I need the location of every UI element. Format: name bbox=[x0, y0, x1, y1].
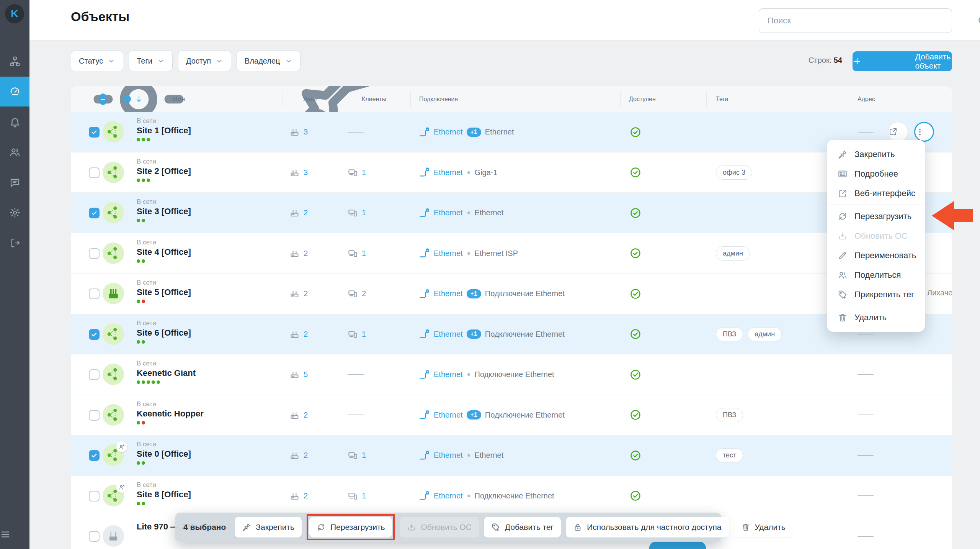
connection-link[interactable]: Ethernet bbox=[434, 289, 463, 298]
row-checkbox[interactable] bbox=[89, 329, 100, 340]
nodes-cell[interactable]: 2 bbox=[289, 193, 308, 233]
column-header-tags[interactable]: Теги bbox=[716, 86, 728, 112]
clients-count[interactable]: 1 bbox=[362, 451, 366, 460]
sidebar-item-topology[interactable] bbox=[0, 46, 29, 76]
sidebar-item-speedometer[interactable] bbox=[0, 77, 29, 107]
sidebar-item-chat[interactable] bbox=[0, 167, 29, 197]
filter-chip-доступ[interactable]: Доступ bbox=[178, 51, 231, 71]
connection-link[interactable]: Ethernet bbox=[434, 128, 463, 136]
clients-cell[interactable]: 1 bbox=[348, 193, 366, 233]
clients-count[interactable]: 1 bbox=[362, 330, 366, 339]
nodes-count[interactable]: 2 bbox=[304, 208, 308, 217]
clients-cell[interactable]: 1 bbox=[348, 435, 366, 476]
tag-pill[interactable]: ПВЗ bbox=[716, 327, 743, 341]
sidebar-item-logout[interactable] bbox=[0, 228, 29, 258]
nodes-count[interactable]: 3 bbox=[304, 168, 308, 177]
clients-cell[interactable] bbox=[348, 395, 364, 436]
clients-count[interactable]: 1 bbox=[362, 168, 366, 177]
nodes-cell[interactable]: 2 bbox=[289, 435, 308, 476]
tag-pill[interactable]: админ bbox=[748, 327, 782, 341]
sidebar-item-bell[interactable] bbox=[0, 107, 29, 137]
nodes-cell[interactable]: 2 bbox=[289, 476, 308, 516]
tag-pill[interactable]: офис 3 bbox=[716, 166, 752, 180]
table-row[interactable]: В сети Keenetic Hopper 2 Ethernet+1Подкл… bbox=[71, 395, 952, 436]
connection-link[interactable]: Ethernet bbox=[434, 208, 463, 217]
table-row[interactable]: В сети Site 6 [Office] 2 1 Ethernet+1Под… bbox=[71, 314, 952, 355]
sort-descending-icon[interactable] bbox=[135, 86, 143, 112]
bulk-button-trash[interactable]: Удалить bbox=[734, 517, 793, 538]
nodes-cell[interactable]: 2 bbox=[289, 233, 308, 274]
object-name[interactable]: Site 2 [Office] bbox=[137, 166, 191, 176]
sidebar-item-users[interactable] bbox=[0, 137, 29, 167]
bulk-button-pin[interactable]: Закрепить bbox=[235, 517, 302, 538]
table-row[interactable]: В сети Site 1 [Office] 3 Ethernet+1Ether… bbox=[71, 112, 952, 152]
row-checkbox[interactable] bbox=[89, 288, 100, 299]
add-object-button[interactable]: Добавить объект bbox=[853, 51, 952, 71]
keenetic-logo[interactable]: K bbox=[5, 4, 24, 23]
clients-count[interactable]: 1 bbox=[362, 249, 366, 258]
row-checkbox[interactable] bbox=[89, 127, 100, 138]
more-connections-badge[interactable]: +1 bbox=[467, 289, 481, 298]
row-checkbox[interactable] bbox=[89, 491, 100, 501]
clients-cell[interactable]: 1 bbox=[348, 233, 366, 274]
nodes-count[interactable]: 2 bbox=[304, 492, 308, 500]
more-connections-badge[interactable]: +1 bbox=[467, 329, 481, 339]
connection-link[interactable]: Ethernet bbox=[434, 451, 463, 460]
nodes-count[interactable]: 2 bbox=[304, 330, 308, 339]
row-checkbox[interactable] bbox=[89, 450, 100, 461]
object-name[interactable]: Site 4 [Office] bbox=[137, 247, 191, 257]
context-menu-item-external[interactable]: Веб-интерфейс bbox=[827, 184, 925, 203]
show-more-button[interactable] bbox=[649, 541, 706, 549]
nodes-cell[interactable]: 3 bbox=[289, 152, 308, 193]
row-checkbox[interactable] bbox=[89, 410, 100, 421]
clients-count[interactable]: 1 bbox=[362, 208, 366, 217]
tag-pill[interactable]: админ bbox=[716, 246, 750, 261]
nodes-count[interactable]: 2 bbox=[304, 249, 308, 258]
nodes-cell[interactable]: 5 bbox=[289, 354, 308, 395]
row-menu-button[interactable] bbox=[914, 122, 934, 142]
clients-count[interactable]: 1 bbox=[362, 492, 366, 500]
object-name[interactable]: Keenetic Hopper bbox=[137, 408, 204, 419]
object-name[interactable]: Site 8 [Office] bbox=[137, 489, 191, 500]
object-name[interactable]: Site 6 [Office] bbox=[137, 328, 191, 338]
clients-cell[interactable]: 1 bbox=[348, 152, 366, 193]
bulk-button-refresh[interactable]: Перезагрузить bbox=[309, 517, 392, 538]
context-menu-item-trash[interactable]: Удалить bbox=[827, 308, 925, 327]
table-row[interactable]: В сети Keenetic Giant 5 EthernetПодключе… bbox=[71, 354, 952, 395]
clients-count[interactable]: 2 bbox=[362, 289, 366, 298]
row-checkbox[interactable] bbox=[89, 531, 100, 542]
clients-cell[interactable] bbox=[348, 112, 364, 152]
table-row[interactable]: В сети Site 0 [Office] 2 1 EthernetEther… bbox=[71, 435, 952, 476]
context-menu-item-share[interactable]: Поделиться bbox=[827, 265, 925, 285]
bulk-button-tag[interactable]: Добавить тег bbox=[484, 517, 561, 538]
nodes-cell[interactable]: 2 bbox=[289, 274, 308, 314]
connection-link[interactable]: Ethernet bbox=[434, 330, 463, 339]
more-connections-badge[interactable]: +1 bbox=[467, 410, 481, 420]
connection-link[interactable]: Ethernet bbox=[434, 168, 463, 177]
nodes-count[interactable]: 2 bbox=[304, 451, 308, 460]
object-name[interactable]: Keenetic Giant bbox=[137, 368, 196, 378]
column-header-nodes[interactable]: Узлы bbox=[302, 86, 317, 112]
context-menu-item-card[interactable]: Подробнее bbox=[827, 164, 925, 184]
object-name[interactable]: Site 5 [Office] bbox=[137, 287, 191, 297]
object-name[interactable]: Site 1 [Office] bbox=[137, 125, 191, 136]
nodes-cell[interactable]: 2 bbox=[289, 395, 308, 436]
column-header-connections[interactable]: Подключения bbox=[419, 86, 458, 112]
clients-cell[interactable]: 2 bbox=[348, 274, 366, 314]
bulk-button-lock[interactable]: Использовать для частного доступа bbox=[566, 517, 728, 538]
row-checkbox[interactable] bbox=[89, 167, 100, 178]
context-menu-item-pin[interactable]: Закрепить bbox=[827, 144, 925, 164]
object-name[interactable]: Site 0 [Office] bbox=[137, 449, 191, 459]
connection-link[interactable]: Ethernet bbox=[434, 249, 463, 258]
column-header-address[interactable]: Адрес bbox=[858, 86, 875, 112]
filter-chip-статус[interactable]: Статус bbox=[71, 51, 123, 71]
context-menu-item-tag[interactable]: Прикрепить тег bbox=[827, 285, 925, 304]
nodes-count[interactable]: 5 bbox=[304, 370, 308, 379]
nodes-cell[interactable]: 2 bbox=[289, 314, 308, 355]
connection-link[interactable]: Ethernet bbox=[434, 492, 463, 500]
table-row[interactable]: В сети Site 2 [Office] 3 1 EthernetGiga-… bbox=[71, 152, 952, 193]
connection-link[interactable]: Ethernet bbox=[434, 370, 463, 379]
row-checkbox[interactable] bbox=[89, 248, 100, 259]
web-interface-button[interactable] bbox=[888, 122, 908, 142]
table-row[interactable]: В сети Site 8 [Office] 2 1 EthernetПодкл… bbox=[71, 476, 952, 516]
